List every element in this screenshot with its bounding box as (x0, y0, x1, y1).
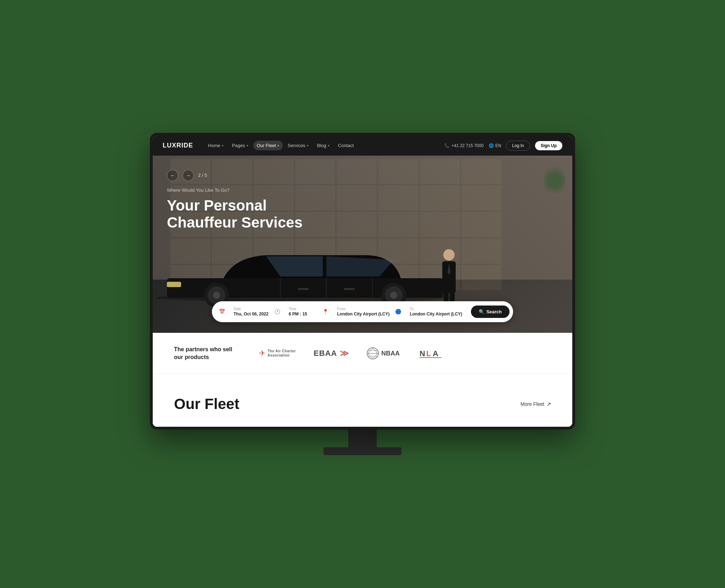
svg-point-4 (213, 292, 220, 299)
nav-contact[interactable]: Contact (335, 141, 358, 150)
plant-decoration (544, 163, 565, 198)
phone-number[interactable]: 📞 +41 22 715 7000 (444, 143, 483, 148)
time-field-wrapper: 🕐 Time 6 PM : 15 (274, 307, 323, 317)
location-to-icon: 🔵 (395, 309, 401, 314)
nav-right: 📞 +41 22 715 7000 🌐 EN Log In Sign Up (444, 141, 562, 151)
partner-logo-nla[interactable]: N L A (420, 347, 448, 360)
car-illustration (153, 236, 555, 308)
nav-pages[interactable]: Pages ▾ (229, 141, 252, 150)
slide-controls: ← → 2 / 5 (167, 170, 207, 181)
language-selector[interactable]: 🌐 EN (489, 143, 501, 148)
globe-icon: 🌐 (489, 143, 494, 148)
nla-logo-svg: N L A (420, 347, 448, 360)
partners-description: The partners who sell our products (174, 346, 238, 362)
slide-counter: 2 / 5 (198, 173, 207, 178)
svg-text:A: A (433, 349, 439, 358)
partner-logo-air-charter[interactable]: ✈ The Air Charter Association (259, 349, 296, 358)
air-charter-label: The Air Charter Association (268, 349, 296, 358)
nav-blog[interactable]: Blog ▾ (314, 141, 333, 150)
brand-logo[interactable]: LUXRIDE (163, 142, 193, 149)
svg-rect-8 (167, 282, 181, 287)
monitor-stand-base (324, 447, 401, 455)
search-icon: 🔍 (479, 309, 484, 314)
search-button[interactable]: 🔍 Search (471, 306, 510, 318)
next-slide-button[interactable]: → (182, 170, 194, 181)
partner-logo-nbaa[interactable]: NBAA (366, 347, 402, 360)
svg-text:L: L (426, 349, 431, 358)
chevron-down-icon: ▾ (307, 144, 309, 147)
chevron-down-icon: ▾ (222, 144, 224, 147)
prev-slide-button[interactable]: ← (167, 170, 178, 181)
fleet-section: Our Fleet More Fleet ↗ (153, 374, 572, 427)
monitor-stand-neck (348, 430, 377, 447)
clock-icon: 🕐 (274, 309, 280, 314)
to-field[interactable]: To London City Airport (LCY) (404, 307, 468, 317)
svg-rect-13 (298, 288, 309, 290)
nav-services[interactable]: Services ▾ (284, 141, 312, 150)
svg-point-7 (390, 292, 397, 299)
nav-our-fleet[interactable]: Our Fleet ▾ (253, 141, 283, 150)
fleet-header: Our Fleet More Fleet ↗ (174, 396, 551, 413)
air-charter-plane-icon: ✈ (259, 349, 265, 358)
hero-section: ← → 2 / 5 Where Would You Like To Go? Yo… (153, 156, 572, 333)
hero-title: Your Personal Chauffeur Services (167, 197, 303, 231)
svg-rect-14 (344, 288, 355, 290)
partners-section: The partners who sell our products ✈ The… (153, 333, 572, 375)
to-field-wrapper: 🔵 To London City Airport (LCY) (395, 307, 468, 317)
hero-text: Where Would You Like To Go? Your Persona… (167, 187, 303, 231)
from-field[interactable]: From London City Airport (LCY) (331, 307, 395, 317)
more-fleet-link[interactable]: More Fleet ↗ (521, 401, 551, 408)
fleet-title: Our Fleet (174, 396, 239, 413)
chevron-down-icon: ▾ (328, 144, 330, 147)
nav-links: Home ▾ Pages ▾ Our Fleet ▾ Services ▾ Bl… (204, 141, 444, 150)
ebaa-text: EBAA (314, 349, 337, 358)
signup-button[interactable]: Sign Up (535, 141, 562, 150)
ebaa-wing-icon: ≫ (340, 348, 349, 358)
date-field-wrapper: 📅 Date Thu, Oct 06, 2022 (219, 307, 274, 317)
hero-subtitle: Where Would You Like To Go? (167, 187, 303, 193)
person-silhouette (439, 248, 459, 308)
date-field[interactable]: Date Thu, Oct 06, 2022 (228, 307, 274, 317)
partner-logo-ebaa[interactable]: EBAA ≫ (314, 348, 349, 358)
phone-icon: 📞 (444, 143, 450, 148)
partners-logos: ✈ The Air Charter Association EBAA ≫ (259, 347, 551, 360)
search-bar: 📅 Date Thu, Oct 06, 2022 🕐 Time 6 PM : 1… (212, 301, 513, 322)
svg-text:N: N (420, 349, 426, 358)
nav-home[interactable]: Home ▾ (204, 141, 227, 150)
chevron-down-icon: ▾ (247, 144, 248, 147)
svg-point-15 (443, 249, 455, 261)
location-from-icon: 📍 (322, 309, 328, 314)
nbaa-logo-svg: NBAA (366, 347, 402, 360)
from-field-wrapper: 📍 From London City Airport (LCY) (322, 307, 395, 317)
time-field[interactable]: Time 6 PM : 15 (283, 307, 323, 317)
navbar: LUXRIDE Home ▾ Pages ▾ Our Fleet ▾ Servi… (153, 136, 572, 156)
login-button[interactable]: Log In (506, 141, 530, 151)
svg-text:NBAA: NBAA (381, 350, 400, 357)
chevron-down-icon: ▾ (277, 144, 279, 147)
calendar-icon: 📅 (219, 309, 225, 314)
arrow-icon: ↗ (546, 401, 551, 408)
